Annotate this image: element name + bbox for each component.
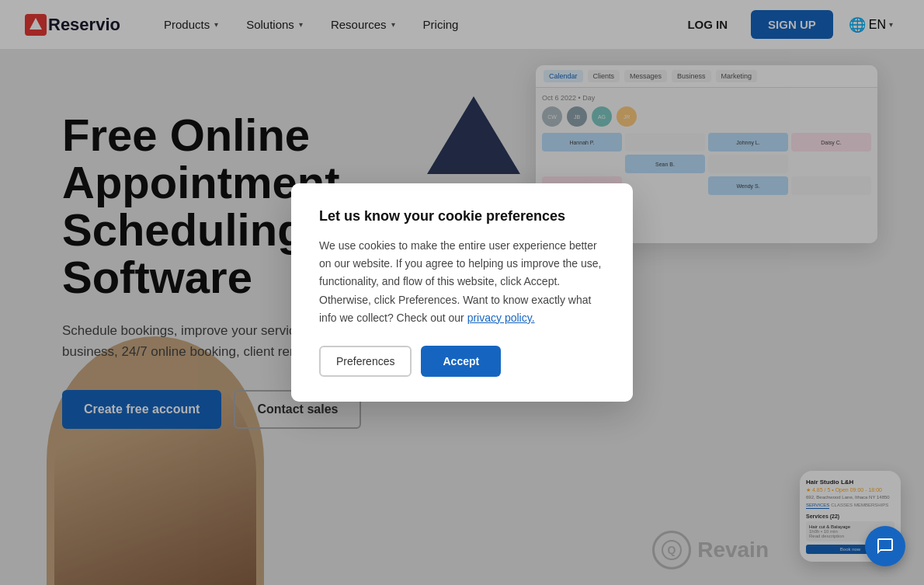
modal-title: Let us know your cookie preferences [319, 208, 605, 225]
chat-icon [876, 537, 894, 555]
modal-body: We use cookies to make the entire user e… [319, 237, 605, 326]
cookie-modal: Let us know your cookie preferences We u… [291, 183, 633, 401]
chat-button[interactable] [865, 526, 905, 566]
privacy-policy-link[interactable]: privacy policy. [467, 312, 535, 324]
preferences-button[interactable]: Preferences [319, 346, 412, 377]
modal-buttons: Preferences Accept [319, 346, 605, 377]
accept-button[interactable]: Accept [421, 346, 501, 377]
cookie-modal-overlay: Let us know your cookie preferences We u… [0, 0, 924, 585]
